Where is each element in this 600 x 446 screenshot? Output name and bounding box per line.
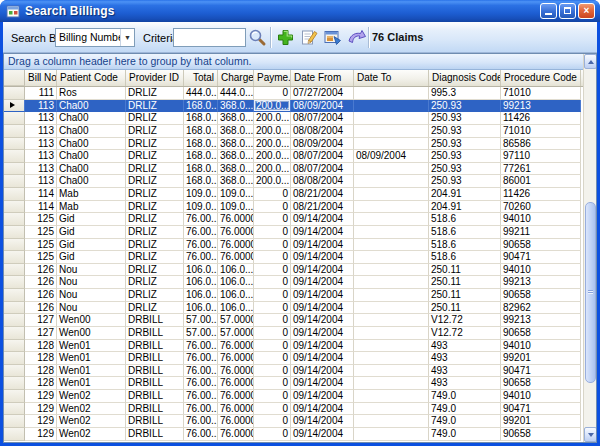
chevron-down-icon[interactable]: ▼ <box>120 29 134 46</box>
cell[interactable]: 106.0... <box>218 264 254 277</box>
cell[interactable]: 250.11 <box>429 302 501 315</box>
table-row[interactable]: 126NouDRLIZ106.0...106.0...009/14/200425… <box>4 302 583 315</box>
cell[interactable]: Wen00 <box>57 327 126 340</box>
cell[interactable]: 168.0... <box>184 150 218 163</box>
cell[interactable]: 129 <box>25 403 57 416</box>
row-indicator[interactable] <box>4 251 25 264</box>
column-header-procedure-code[interactable]: Procedure Code <box>501 70 581 86</box>
vertical-scrollbar[interactable] <box>583 54 596 442</box>
cell[interactable] <box>354 428 429 441</box>
cell[interactable]: Wen01 <box>57 340 126 353</box>
cell[interactable]: 0 <box>254 239 291 252</box>
cell[interactable]: 368.0... <box>218 112 254 125</box>
cell[interactable]: 250.93 <box>429 138 501 151</box>
cell[interactable]: 90471 <box>501 365 581 378</box>
cell[interactable]: 106.0... <box>218 289 254 302</box>
table-row[interactable]: 129Wen02DRBILL76.00...76.0000009/14/2004… <box>4 403 583 416</box>
cell[interactable]: 09/14/2004 <box>291 403 354 416</box>
cell[interactable]: 09/14/2004 <box>291 352 354 365</box>
cell[interactable]: 106.0... <box>218 276 254 289</box>
cell[interactable]: 76.0000 <box>218 428 254 441</box>
cell[interactable]: 09/14/2004 <box>291 327 354 340</box>
cell[interactable]: 94010 <box>501 390 581 403</box>
cell[interactable] <box>354 276 429 289</box>
row-indicator[interactable] <box>4 352 25 365</box>
column-header-patient-code[interactable]: Patient Code <box>57 70 126 86</box>
cell[interactable] <box>354 352 429 365</box>
cell[interactable]: 125 <box>25 251 57 264</box>
row-indicator[interactable] <box>4 264 25 277</box>
cell[interactable]: Cha00 <box>57 112 126 125</box>
cell[interactable]: 76.00... <box>184 239 218 252</box>
cell[interactable]: 76.00... <box>184 251 218 264</box>
cell[interactable]: 76.0000 <box>218 251 254 264</box>
table-row[interactable]: 125GidDRLIZ76.00...76.0000009/14/2004518… <box>4 226 583 239</box>
cell[interactable] <box>354 365 429 378</box>
cell[interactable]: 109.0... <box>184 188 218 201</box>
group-by-bar[interactable]: Drag a column header here to group by th… <box>4 54 583 70</box>
cell[interactable]: 76.00... <box>184 403 218 416</box>
cell[interactable] <box>354 415 429 428</box>
cell[interactable] <box>354 100 429 113</box>
cell[interactable]: 168.0... <box>184 138 218 151</box>
cell[interactable]: 127 <box>25 314 57 327</box>
cell[interactable]: Gid <box>57 213 126 226</box>
column-header-payme-[interactable]: Payme... <box>254 70 291 86</box>
table-row[interactable]: 125GidDRLIZ76.00...76.0000009/14/2004518… <box>4 239 583 252</box>
cell[interactable]: 08/08/2004 <box>291 175 354 188</box>
table-row[interactable]: 113Cha00DRLIZ168.0...368.0...200.0...08/… <box>4 163 583 176</box>
cell[interactable]: 09/14/2004 <box>291 340 354 353</box>
row-indicator[interactable] <box>4 213 25 226</box>
cell[interactable] <box>354 327 429 340</box>
cell[interactable]: 127 <box>25 327 57 340</box>
cell[interactable] <box>354 390 429 403</box>
cell[interactable]: 444.0... <box>184 87 218 100</box>
cell[interactable]: 250.93 <box>429 100 501 113</box>
cell[interactable]: 493 <box>429 365 501 378</box>
cell[interactable]: 09/14/2004 <box>291 302 354 315</box>
cell[interactable]: 09/14/2004 <box>291 239 354 252</box>
cell[interactable]: 250.93 <box>429 150 501 163</box>
cell[interactable]: Nou <box>57 302 126 315</box>
row-indicator[interactable] <box>4 87 25 100</box>
cell[interactable]: 113 <box>25 163 57 176</box>
row-indicator[interactable] <box>4 314 25 327</box>
cell[interactable]: 200.0... <box>254 112 291 125</box>
cell[interactable]: 94010 <box>501 340 581 353</box>
table-row[interactable]: 128Wen01DRBILL76.00...76.0000009/14/2004… <box>4 365 583 378</box>
cell[interactable]: 08/07/2004 <box>291 150 354 163</box>
cell[interactable]: DRBILL <box>126 428 184 441</box>
cell[interactable]: DRBILL <box>126 377 184 390</box>
cell[interactable]: 57.0000 <box>218 314 254 327</box>
cell[interactable]: 11426 <box>501 188 581 201</box>
cell[interactable]: 09/14/2004 <box>291 213 354 226</box>
cell[interactable]: 0 <box>254 289 291 302</box>
cell[interactable]: 90658 <box>501 239 581 252</box>
cell[interactable]: 99211 <box>501 226 581 239</box>
cell[interactable]: 99201 <box>501 415 581 428</box>
cell[interactable]: 111 <box>25 87 57 100</box>
cell[interactable]: DRLIZ <box>126 251 184 264</box>
cell[interactable]: Wen01 <box>57 352 126 365</box>
cell[interactable]: Cha00 <box>57 125 126 138</box>
cell[interactable]: DRLIZ <box>126 150 184 163</box>
cell[interactable]: 444.0... <box>218 87 254 100</box>
cell[interactable]: 57.00... <box>184 314 218 327</box>
cell[interactable]: 129 <box>25 428 57 441</box>
cell[interactable]: 250.93 <box>429 112 501 125</box>
cell[interactable]: DRBILL <box>126 415 184 428</box>
cell[interactable]: Wen02 <box>57 390 126 403</box>
cell[interactable]: Cha00 <box>57 163 126 176</box>
table-row[interactable]: 113Cha00DRLIZ168.0...368.0...200.0...08/… <box>4 138 583 151</box>
cell[interactable]: 200.0... <box>254 175 291 188</box>
table-row[interactable]: 128Wen01DRBILL76.00...76.0000009/14/2004… <box>4 377 583 390</box>
cell[interactable]: 250.93 <box>429 125 501 138</box>
cell[interactable]: 0 <box>254 87 291 100</box>
cell[interactable] <box>354 188 429 201</box>
cell[interactable]: Wen02 <box>57 415 126 428</box>
cell[interactable]: 113 <box>25 100 57 113</box>
cell[interactable]: 76.0000 <box>218 415 254 428</box>
cell[interactable]: 200.0... <box>254 138 291 151</box>
cell[interactable]: 109.0... <box>184 201 218 214</box>
cell[interactable]: Cha00 <box>57 175 126 188</box>
